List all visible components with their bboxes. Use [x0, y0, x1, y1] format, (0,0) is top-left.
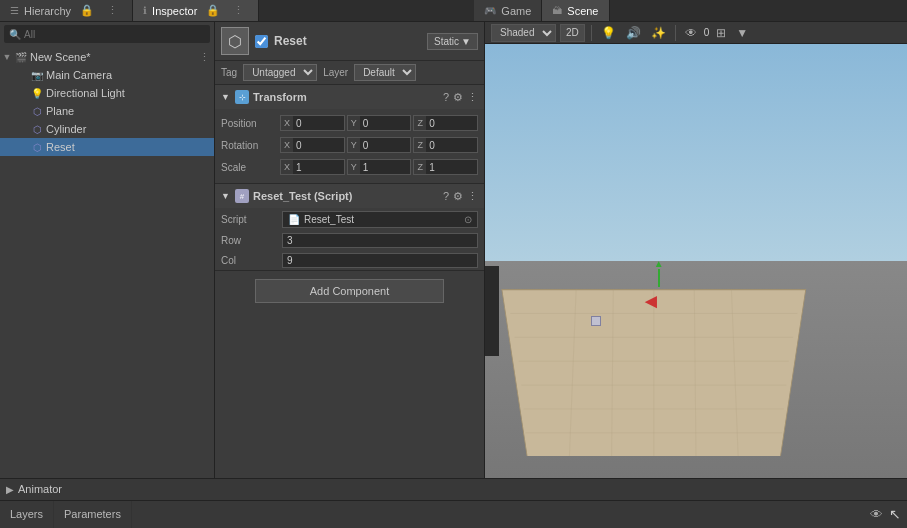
- position-z-field[interactable]: Z 0: [413, 115, 478, 131]
- cursor-icon: ↖: [889, 506, 901, 522]
- rotation-z-label: Z: [414, 138, 426, 152]
- object-enable-checkbox[interactable]: [255, 35, 268, 48]
- hierarchy-scene-root[interactable]: ▼ 🎬 New Scene* ⋮: [0, 48, 214, 66]
- more-settings-icon[interactable]: ▼: [733, 25, 751, 41]
- parameters-tab-label: Parameters: [64, 508, 121, 520]
- position-xyz-group: X 0 Y 0 Z 0: [280, 115, 478, 131]
- rotation-x-field[interactable]: X 0: [280, 137, 345, 153]
- position-row: Position X 0 Y 0 Z 0: [221, 113, 478, 133]
- animator-tab-parameters[interactable]: Parameters: [54, 501, 132, 528]
- object-type-icon: ⬡: [228, 32, 242, 51]
- script-title: Reset_Test (Script): [253, 190, 439, 202]
- reset-label: Reset: [46, 141, 75, 153]
- move-gizmo-red-arrow[interactable]: ▶: [645, 294, 657, 313]
- scale-x-field[interactable]: X 1: [280, 159, 345, 175]
- tab-inspector[interactable]: ℹ Inspector 🔒 ⋮: [133, 0, 259, 21]
- transform-fields: Position X 0 Y 0 Z 0: [215, 109, 484, 183]
- gizmo-toggle-icon[interactable]: 👁: [682, 25, 700, 41]
- hierarchy-more-icon[interactable]: ⋮: [103, 4, 122, 17]
- eye-icon[interactable]: 👁: [870, 507, 883, 522]
- script-more-icon[interactable]: ⋮: [467, 190, 478, 203]
- tag-layer-row: Tag Untagged Layer Default: [215, 61, 484, 85]
- cylinder-label: Cylinder: [46, 123, 86, 135]
- position-x-field[interactable]: X 0: [280, 115, 345, 131]
- inspector-more-icon[interactable]: ⋮: [229, 4, 248, 17]
- hierarchy-lock-icon[interactable]: 🔒: [76, 4, 98, 17]
- layer-select[interactable]: Default: [354, 64, 416, 81]
- col-value[interactable]: 9: [282, 253, 478, 268]
- scale-label: Scale: [221, 162, 276, 173]
- transform-more-icon[interactable]: ⋮: [467, 91, 478, 104]
- hierarchy-item-directional-light[interactable]: 💡 Directional Light: [0, 84, 214, 102]
- light-icon: 💡: [30, 88, 44, 99]
- layer-label: Layer: [323, 67, 348, 78]
- transform-settings-icon[interactable]: ⚙: [453, 91, 463, 104]
- tab-scene[interactable]: 🏔 Scene: [542, 0, 609, 21]
- move-gizmo-green-arrow[interactable]: ▲: [654, 258, 664, 287]
- tab-game[interactable]: 🎮 Game: [474, 0, 542, 21]
- fx-toggle-icon[interactable]: ✨: [648, 25, 669, 41]
- script-col-field: Col 9: [215, 250, 484, 270]
- animator-tab-layers[interactable]: Layers: [0, 501, 54, 528]
- viewport-toolbar: Shaded 2D 💡 🔊 ✨ 👁 0 ⊞ ▼: [485, 22, 907, 44]
- rotation-row: Rotation X 0 Y 0 Z 0: [221, 135, 478, 155]
- position-x-value: 0: [293, 118, 344, 129]
- hierarchy-item-plane[interactable]: ⬡ Plane: [0, 102, 214, 120]
- game-tab-icon: 🎮: [484, 5, 496, 16]
- rotation-x-value: 0: [293, 140, 344, 151]
- scale-y-label: Y: [348, 160, 360, 174]
- toolbar-separator-2: [675, 25, 676, 41]
- rotation-y-field[interactable]: Y 0: [347, 137, 412, 153]
- scale-z-field[interactable]: Z 1: [413, 159, 478, 175]
- static-badge[interactable]: Static ▼: [427, 33, 478, 50]
- tag-select[interactable]: Untagged: [243, 64, 317, 81]
- tab-hierarchy-label: Hierarchy: [24, 5, 71, 17]
- rotation-xyz-group: X 0 Y 0 Z 0: [280, 137, 478, 153]
- scale-x-value: 1: [293, 162, 344, 173]
- inspector-lock-icon[interactable]: 🔒: [202, 4, 224, 17]
- position-label: Position: [221, 118, 276, 129]
- animator-header-icon: ▶: [6, 484, 14, 495]
- tag-label: Tag: [221, 67, 237, 78]
- script-file-link-icon[interactable]: ⊙: [464, 214, 472, 225]
- scale-z-value: 1: [426, 162, 477, 173]
- script-component: ▼ # Reset_Test (Script) ? ⚙ ⋮ Script 📄 R…: [215, 184, 484, 271]
- scene-more-icon[interactable]: ⋮: [199, 51, 214, 64]
- script-file-icon: 📄: [288, 214, 300, 225]
- script-help-icon[interactable]: ?: [443, 190, 449, 202]
- ground-plane-svg: [485, 218, 823, 457]
- scale-x-label: X: [281, 160, 293, 174]
- rotation-z-value: 0: [426, 140, 477, 151]
- script-file-field[interactable]: 📄 Reset_Test ⊙: [282, 211, 478, 228]
- row-value[interactable]: 3: [282, 233, 478, 248]
- animator-panel: ▶ Animator Layers Parameters 👁 ↖: [0, 478, 907, 528]
- add-component-button[interactable]: Add Component: [255, 279, 444, 303]
- grid-toggle-icon[interactable]: ⊞: [713, 25, 729, 41]
- transform-help-icon[interactable]: ?: [443, 91, 449, 103]
- hierarchy-list: ▼ 🎬 New Scene* ⋮ 📷 Main Camera 💡 Directi…: [0, 46, 214, 478]
- hierarchy-item-reset[interactable]: ⬡ Reset: [0, 138, 214, 156]
- position-y-field[interactable]: Y 0: [347, 115, 412, 131]
- search-input[interactable]: [24, 29, 205, 40]
- hierarchy-item-main-camera[interactable]: 📷 Main Camera: [0, 66, 214, 84]
- transform-component-header[interactable]: ▼ ⊹ Transform ? ⚙ ⋮: [215, 85, 484, 109]
- script-file-name: Reset_Test: [304, 214, 354, 225]
- hierarchy-item-cylinder[interactable]: ⬡ Cylinder: [0, 120, 214, 138]
- script-component-header[interactable]: ▼ # Reset_Test (Script) ? ⚙ ⋮: [215, 184, 484, 208]
- row-label: Row: [221, 235, 276, 246]
- scale-y-field[interactable]: Y 1: [347, 159, 412, 175]
- light-toggle-icon[interactable]: 💡: [598, 25, 619, 41]
- animator-title: Animator: [18, 483, 62, 495]
- dimension-button[interactable]: 2D: [560, 24, 585, 42]
- position-z-value: 0: [426, 118, 477, 129]
- script-settings-icon[interactable]: ⚙: [453, 190, 463, 203]
- scene-canvas[interactable]: ▶ ▲: [485, 44, 907, 478]
- tab-hierarchy[interactable]: ☰ Hierarchy 🔒 ⋮: [0, 0, 133, 21]
- scale-xyz-group: X 1 Y 1 Z 1: [280, 159, 478, 175]
- rotation-z-field[interactable]: Z 0: [413, 137, 478, 153]
- audio-toggle-icon[interactable]: 🔊: [623, 25, 644, 41]
- hierarchy-search-bar[interactable]: 🔍: [4, 25, 210, 43]
- shading-mode-select[interactable]: Shaded: [491, 24, 556, 42]
- script-file-row: Script 📄 Reset_Test ⊙: [215, 208, 484, 230]
- position-z-label: Z: [414, 116, 426, 130]
